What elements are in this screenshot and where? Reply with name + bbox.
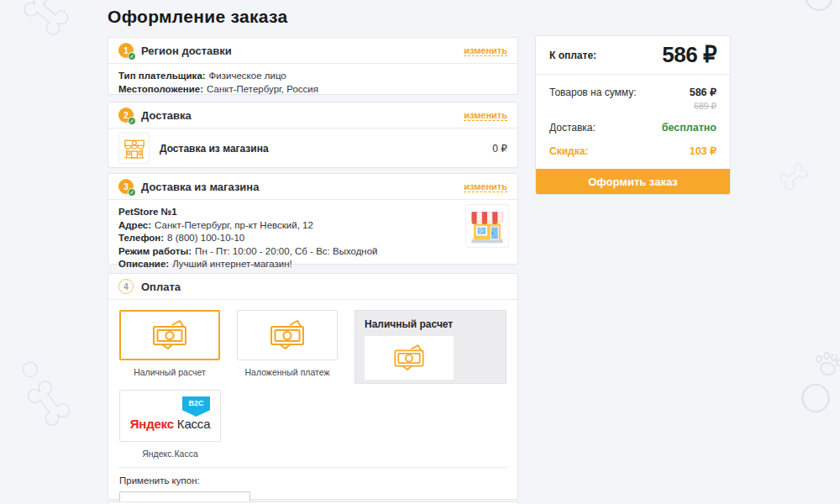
section-payment: 4 Оплата bbox=[108, 273, 518, 500]
checkout-page: Оформление заказа 1 ✓ Регион доставки из… bbox=[0, 0, 840, 504]
section-delivery: 2 ✓ Доставка изменить Доставка из маг bbox=[108, 102, 518, 168]
bone-decoration bbox=[21, 374, 76, 432]
payment-detail-title: Наличный расчет bbox=[365, 318, 496, 330]
store-phone-line: Телефон:8 (800) 100-10-10 bbox=[118, 232, 507, 245]
delivery-method-price: 0 ₽ bbox=[492, 143, 507, 155]
store-description-line: Описание:Лучший интернет-магазин! bbox=[118, 258, 507, 271]
payment-detail-panel: Наличный расчет bbox=[354, 310, 507, 384]
summary-breakdown: Товаров на сумму: 586 ₽ 689 ₽ Доставка: … bbox=[536, 75, 730, 169]
step-number-badge: 1 ✓ bbox=[118, 43, 134, 58]
payment-option-label: Наличный расчет bbox=[134, 367, 206, 377]
total-label: К оплате: bbox=[549, 50, 596, 61]
delivery-label: Доставка: bbox=[549, 122, 596, 134]
delivery-value: бесплатно bbox=[662, 122, 717, 134]
banknote-icon bbox=[391, 344, 427, 372]
field-label: Тип плательщика: bbox=[118, 71, 206, 81]
change-store-link[interactable]: изменить bbox=[464, 181, 507, 192]
step-number-badge: 2 ✓ bbox=[118, 108, 134, 123]
yandex-kassa-logo: Яндекс Касса bbox=[120, 417, 220, 431]
payment-option-cash[interactable]: Наличный расчет bbox=[119, 310, 220, 377]
store-hours-line: Режим работы:Пн - Пт: 10:00 - 20:00, Сб … bbox=[118, 245, 507, 259]
payment-options-row: Наличный расчет bbox=[119, 310, 507, 384]
items-label: Товаров на сумму: bbox=[549, 87, 637, 98]
section-body: Тип плательщика:Физическое лицо Местопол… bbox=[108, 64, 517, 102]
store-name: PetStore №1 bbox=[118, 206, 507, 219]
delivery-method-row: Доставка из магазина 0 ₽ bbox=[108, 129, 517, 168]
step-number-badge: 3 ✓ bbox=[118, 179, 134, 194]
submit-order-button[interactable]: Оформить заказ bbox=[536, 169, 730, 194]
step-number-badge: 4 bbox=[118, 279, 134, 294]
summary-total-row: К оплате: 586 ₽ bbox=[536, 36, 730, 75]
payer-type-line: Тип плательщика:Физическое лицо bbox=[118, 70, 507, 83]
storefront-icon bbox=[465, 204, 509, 248]
banknote-icon bbox=[267, 319, 307, 351]
section-title: Оплата bbox=[141, 281, 181, 293]
payment-option-card-selected[interactable] bbox=[119, 310, 220, 360]
discount-label: Скидка: bbox=[549, 145, 588, 157]
coupon-label: Применить купон: bbox=[119, 475, 507, 486]
section-store-pickup: 3 ✓ Доставка из магазина изменить PetSto… bbox=[108, 173, 518, 265]
change-delivery-link[interactable]: изменить bbox=[464, 110, 507, 121]
section-title: Регион доставки bbox=[141, 45, 232, 57]
change-region-link[interactable]: изменить bbox=[464, 45, 507, 56]
field-value: Физическое лицо bbox=[209, 71, 286, 81]
ball-decoration bbox=[801, 383, 831, 413]
payment-option-yandex[interactable]: B2C Яндекс Касса Яндекс.Касса bbox=[119, 390, 221, 459]
section-header: 1 ✓ Регион доставки изменить bbox=[108, 38, 517, 64]
items-old-price: 689 ₽ bbox=[549, 101, 717, 111]
b2c-badge: B2C bbox=[182, 396, 210, 417]
bone-decoration bbox=[775, 160, 811, 193]
field-label: Местоположение: bbox=[118, 84, 203, 94]
section-delivery-region: 1 ✓ Регион доставки изменить Тип платель… bbox=[108, 37, 518, 95]
store-outline-icon bbox=[118, 133, 150, 164]
items-value: 586 ₽ bbox=[690, 86, 717, 98]
store-address-line: Адрес:Санкт-Петербург, пр-кт Невский, 12 bbox=[118, 219, 507, 233]
section-header: 3 ✓ Доставка из магазина изменить bbox=[108, 174, 517, 200]
payment-option-cod[interactable]: Наложенный платеж bbox=[237, 310, 338, 377]
divider bbox=[118, 467, 507, 468]
section-header: 4 Оплата bbox=[108, 274, 517, 300]
payment-option-card[interactable] bbox=[237, 310, 338, 360]
payment-option-label: Яндекс.Касса bbox=[142, 449, 198, 459]
page-title: Оформление заказа bbox=[108, 7, 287, 27]
delivery-method-label: Доставка из магазина bbox=[160, 143, 269, 155]
payment-detail-iconbox bbox=[365, 336, 454, 380]
check-icon: ✓ bbox=[128, 117, 136, 125]
order-summary-panel: К оплате: 586 ₽ Товаров на сумму: 586 ₽ … bbox=[535, 35, 731, 195]
field-value: Санкт-Петербург, Россия bbox=[207, 84, 318, 94]
discount-sum-row: Скидка: 103 ₽ bbox=[549, 144, 717, 157]
total-value: 586 ₽ bbox=[662, 42, 717, 68]
delivery-sum-row: Доставка: бесплатно bbox=[549, 122, 717, 134]
banknote-icon bbox=[150, 319, 190, 351]
payment-options-row2: B2C Яндекс Касса Яндекс.Касса bbox=[119, 390, 507, 459]
check-icon: ✓ bbox=[128, 188, 136, 197]
paw-decoration bbox=[811, 349, 840, 381]
section-title: Доставка из магазина bbox=[141, 181, 259, 193]
section-header: 2 ✓ Доставка изменить bbox=[108, 102, 517, 129]
check-icon: ✓ bbox=[128, 52, 136, 60]
section-title: Доставка bbox=[141, 109, 192, 122]
payment-option-label: Наложенный платеж bbox=[244, 367, 329, 377]
location-line: Местоположение:Санкт-Петербург, Россия bbox=[118, 83, 507, 97]
ball-decoration bbox=[22, 361, 39, 378]
store-details: PetStore №1 Адрес:Санкт-Петербург, пр-кт… bbox=[108, 200, 517, 277]
bone-decoration bbox=[17, 0, 75, 41]
payment-body: Наличный расчет bbox=[108, 300, 517, 504]
payment-option-card[interactable]: B2C Яндекс Касса bbox=[119, 390, 221, 442]
discount-value: 103 ₽ bbox=[690, 144, 717, 157]
ball-decoration bbox=[804, 0, 834, 12]
items-sum-row: Товаров на сумму: 586 ₽ bbox=[549, 86, 717, 98]
